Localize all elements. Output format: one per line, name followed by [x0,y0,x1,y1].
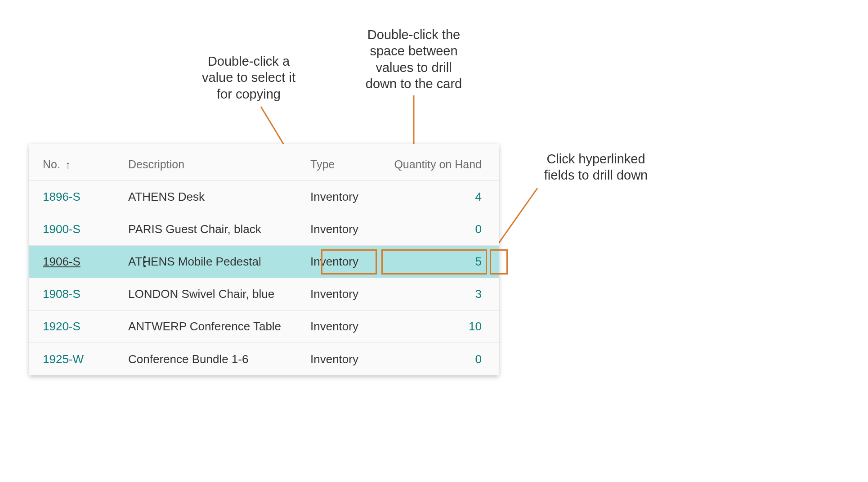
item-no-link[interactable]: 1896-S [43,190,81,203]
qty-link[interactable]: 3 [475,287,482,301]
table-row[interactable]: 1925-WConference Bundle 1-6Inventory0 [29,343,499,375]
cell-no: 1906-S [29,255,128,269]
item-no-link[interactable]: 1900-S [43,222,81,236]
column-header-type[interactable]: Type [310,158,382,171]
qty-link[interactable]: 5 [475,255,482,268]
cell-no: 1900-S [29,222,128,236]
cell-no: 1896-S [29,190,128,204]
cell-description[interactable]: Conference Bundle 1-6 [128,352,310,366]
items-list-card: No. ↑ Description Type Quantity on Hand … [29,144,499,375]
table-body: 1896-SATHENS DeskInventory41900-SPARIS G… [29,181,499,375]
cell-type[interactable]: Inventory [310,352,382,366]
table-row[interactable]: 1900-SPARIS Guest Chair, blackInventory0 [29,213,499,246]
table-row[interactable]: 1896-SATHENS DeskInventory4 [29,181,499,213]
annotation-hyperlink-drill: Click hyperlinked fields to drill down [531,151,661,184]
cell-no: 1920-S [29,320,128,333]
item-no-link[interactable]: 1920-S [43,320,81,333]
cell-description[interactable]: ATHENS Mobile Pedestal [128,255,310,269]
cell-qty: 4 [382,190,499,204]
cell-description[interactable]: ANTWERP Conference Table [128,320,310,333]
cell-type[interactable]: Inventory [310,287,382,301]
qty-link[interactable]: 4 [475,190,482,203]
cell-qty: 3 [382,287,499,301]
qty-link[interactable]: 0 [475,352,482,366]
stage: Double-click a value to select it for co… [0,0,868,482]
svg-line-2 [492,188,537,252]
cell-no: 1925-W [29,352,128,366]
cell-qty: 0 [382,352,499,366]
cell-qty: 0 [382,222,499,236]
table-header-row: No. ↑ Description Type Quantity on Hand [29,149,499,181]
annotation-drill-card: Double-click the space between values to… [349,27,479,92]
cell-type[interactable]: Inventory [310,320,382,333]
cell-qty: 10 [382,320,499,333]
item-no-link[interactable]: 1925-W [43,352,84,366]
column-header-qty[interactable]: Quantity on Hand [382,158,499,171]
table-row[interactable]: 1908-SLONDON Swivel Chair, blueInventory… [29,278,499,311]
sort-ascending-icon: ↑ [65,158,71,171]
cell-no: 1908-S [29,287,128,301]
cell-type[interactable]: Inventory [310,255,382,269]
cell-description[interactable]: PARIS Guest Chair, black [128,222,310,236]
cell-type[interactable]: Inventory [310,190,382,204]
cell-qty: 5 [382,255,499,269]
column-header-no[interactable]: No. ↑ [29,158,128,171]
table-row[interactable]: 1920-SANTWERP Conference TableInventory1… [29,311,499,343]
column-header-description[interactable]: Description [128,158,310,171]
annotation-copy-value: Double-click a value to select it for co… [190,53,307,102]
row-actions-icon[interactable] [143,246,146,278]
cell-type[interactable]: Inventory [310,222,382,236]
cell-description[interactable]: ATHENS Desk [128,190,310,204]
column-header-no-label: No. [43,158,60,171]
qty-link[interactable]: 10 [469,320,482,333]
qty-link[interactable]: 0 [475,222,482,236]
item-no-link[interactable]: 1906-S [43,255,81,268]
item-no-link[interactable]: 1908-S [43,287,81,301]
table-row[interactable]: 1906-SATHENS Mobile PedestalInventory5 [29,246,499,278]
cell-description[interactable]: LONDON Swivel Chair, blue [128,287,310,301]
